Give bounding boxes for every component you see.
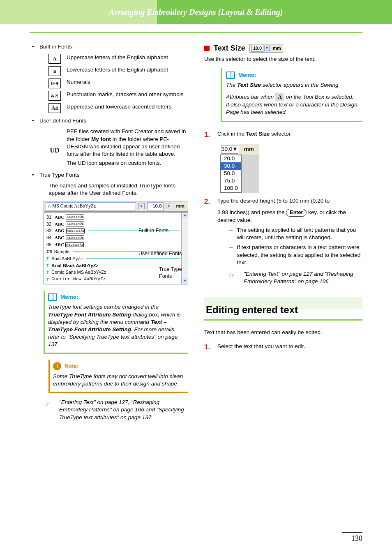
size-dropdown-illustration: 30.0 ▼ mm 20.0 30.0 50.0 75.0 100.0 xyxy=(220,144,362,193)
punctuation-icon: &?! xyxy=(48,91,61,101)
font-icon-row: a Lowercase letters of the English alpha… xyxy=(48,66,188,76)
intro-text: Text that has been entered can easily be… xyxy=(204,329,362,336)
unit-label: mm xyxy=(273,45,281,51)
memo-title: Memo: xyxy=(60,293,78,301)
callout-user: User defined Fonts xyxy=(138,250,182,257)
step-body: Type the desired height (5 to 100 mm (0.… xyxy=(217,197,362,286)
truetype-desc: The names and samples of installed TrueT… xyxy=(48,182,188,197)
bullet-dot: • xyxy=(30,43,39,51)
left-column: • Built-in Fonts A Uppercase letters of … xyxy=(30,43,188,421)
step-body: Click in the Text Size selector. xyxy=(217,130,362,140)
list-item: 100.0 xyxy=(221,185,241,192)
accented-icon: Ää xyxy=(48,103,61,113)
icon-desc: Uppercase letters of the English alphabe… xyxy=(67,54,188,61)
bullet-truetype-fonts: • True Type Fonts xyxy=(30,171,188,179)
text-tool-icon: A xyxy=(275,93,284,101)
section-marker-icon xyxy=(204,46,210,51)
dropdown-grey-area xyxy=(242,155,259,193)
pointing-hand-icon: ☞ xyxy=(228,270,239,285)
memo-icon xyxy=(226,72,235,79)
bullet-builtin-fonts: • Built-in Fonts xyxy=(30,43,188,51)
edit-step-1: 1. Select the text that you want to edit… xyxy=(204,343,362,352)
bullet-text: Built-in Fonts xyxy=(39,43,188,51)
font-icon-row: Ää Uppercase and lowercase accented lett… xyxy=(48,103,188,113)
memo-text: The Text Size selector appears in the Se… xyxy=(226,81,357,89)
page-number: 130 xyxy=(342,532,362,543)
step-body: Select the text that you want to edit. xyxy=(217,343,362,352)
truetype-glyph-icon: Tr xyxy=(46,270,50,275)
page-body: • Built-in Fonts A Uppercase letters of … xyxy=(0,43,392,438)
section-heading-editing: Editing entered text xyxy=(204,297,362,320)
uppercase-icon: A xyxy=(48,54,61,64)
truetype-glyph-icon: Tr xyxy=(46,256,50,261)
dropdown-caret-icon: ▼ xyxy=(232,145,238,153)
bullet-user-fonts: • User defined Fonts xyxy=(30,117,188,125)
list-item: 20.0 xyxy=(221,155,241,162)
dropdown-caret-icon: ▼ xyxy=(264,46,270,51)
font-icon-row: 0-9 Numerals xyxy=(48,78,188,88)
dropdown-caret-icon: ▼ xyxy=(138,203,145,209)
size-selector-inline: 10.0 ▼ mm xyxy=(249,44,283,53)
memo-box: Memo: TrueType font settings can be chan… xyxy=(44,291,188,354)
text-bold: My font xyxy=(91,136,111,142)
note-heading: ! Note: xyxy=(53,362,184,370)
header-rule xyxy=(30,32,362,33)
callout-builtin: Built-in Fonts xyxy=(138,227,168,234)
ud-desc: PEF files created with Font Creator and … xyxy=(67,128,188,167)
dropdown-caret-icon: ▼ xyxy=(166,203,172,209)
sub-bullet: → If text patterns or characters in a te… xyxy=(228,244,362,266)
bullet-text: True Type Fonts xyxy=(39,171,188,179)
header-title: Arranging Embroidery Designs (Layout & E… xyxy=(109,7,283,18)
size-field: 10.0 xyxy=(147,202,164,210)
note-text: Some TrueType fonts may not convert well… xyxy=(53,373,183,387)
list-item: 30.0 xyxy=(221,162,241,170)
text: The UD icon appears on custom fonts. xyxy=(67,159,188,167)
text: 3.93 inches)) and press the Enter key, o… xyxy=(217,209,362,224)
font-list-body: 31ABC A a 0-9 &?! Ää 32ABC A a 0-9 &?! Ä… xyxy=(44,212,188,284)
font-icon-row: A Uppercase letters of the English alpha… xyxy=(48,54,188,64)
text: The setting is applied to all text patte… xyxy=(237,226,363,241)
truetype-glyph-icon: Tr xyxy=(46,263,50,268)
pointing-hand-icon: ☞ xyxy=(44,399,54,421)
lowercase-icon: a xyxy=(48,66,61,76)
list-item: 35ABC A a 0-9 &?! Ää xyxy=(46,241,180,248)
font-sample-text: MS Gothic AaBbYyZz xyxy=(52,203,96,210)
selected-value: 30.0 xyxy=(221,145,232,153)
text: TrueType font settings can be changed in… xyxy=(48,304,159,310)
list-item: 31ABC A a 0-9 &?! Ää xyxy=(46,214,180,221)
memo-icon xyxy=(48,293,57,301)
bullet-text: User defined Fonts xyxy=(39,117,188,125)
size-value: 10.0 xyxy=(251,45,263,52)
alert-icon: ! xyxy=(53,362,61,370)
font-selector-bar: Tr MS Gothic AaBbYyZz ▼ 10.0 ▼ mm xyxy=(44,201,188,212)
text: Type the desired height (5 to 100 mm (0.… xyxy=(217,197,362,205)
font-name-field: Tr MS Gothic AaBbYyZz xyxy=(46,202,136,210)
ud-icon: UD xyxy=(48,145,61,155)
font-list-illustration: Tr MS Gothic AaBbYyZz ▼ 10.0 ▼ mm 31ABC … xyxy=(44,201,188,284)
icon-desc: Numerals xyxy=(67,78,188,86)
section-heading-text-size: Text Size 10.0 ▼ mm xyxy=(204,43,362,53)
intro-text: Use this selector to select the size of … xyxy=(204,55,362,63)
memo-heading: Memo: xyxy=(226,72,357,79)
ud-small-icon: UD xyxy=(46,249,52,255)
memo-text: Attributes bar when A on the Tool Box is… xyxy=(226,93,357,116)
note-title: Note: xyxy=(65,362,79,370)
list-item: 32ABC A a 0-9 &?! Ää xyxy=(46,221,180,228)
bullet-dot: • xyxy=(30,171,39,179)
step-number: 1. xyxy=(204,343,212,352)
numerals-icon: 0-9 xyxy=(48,78,61,88)
user-defined-row: UD PEF files created with Font Creator a… xyxy=(48,128,188,167)
header-band: Arranging Embroidery Designs (Layout & E… xyxy=(0,0,392,24)
right-column: Text Size 10.0 ▼ mm Use this selector to… xyxy=(204,43,362,421)
bullet-dot: • xyxy=(30,117,39,125)
text-bold: TrueType Font Attribute Setting xyxy=(48,312,131,318)
callout-truetype: True Type Fonts xyxy=(159,266,188,280)
list-item: 50.0 xyxy=(221,170,241,177)
icon-desc: Lowercase letters of the English alphabe… xyxy=(67,66,188,74)
truetype-glyph-icon: Tr xyxy=(48,204,51,209)
reference-text: "Entering Text" on page 127 and "Reshapi… xyxy=(244,270,362,285)
icon-desc: Uppercase and lowercase accented letters xyxy=(67,103,188,111)
sub-bullet: → The setting is applied to all text pat… xyxy=(228,226,362,241)
list-item: 34ABC A a 0-9 &?! Ää xyxy=(46,234,180,241)
memo-box: Memo: The Text Size selector appears in … xyxy=(221,68,362,122)
